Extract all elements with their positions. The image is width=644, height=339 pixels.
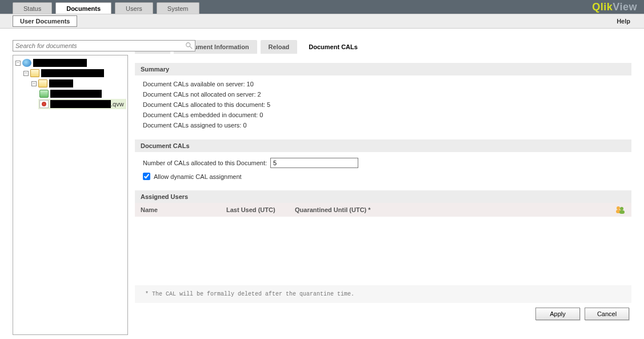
search-wrap <box>13 40 195 51</box>
svg-point-0 <box>186 43 190 47</box>
subtab-user-documents[interactable]: User Documents <box>13 15 77 27</box>
alloc-input[interactable] <box>270 158 358 168</box>
section-doccals-body: Number of CALs allocated to this Documen… <box>135 152 631 185</box>
collapse-icon[interactable]: − <box>31 81 37 86</box>
top-nav: Status Documents Users System QlikView <box>0 0 644 14</box>
left-pane: − − − .qvw <box>13 40 128 339</box>
svg-rect-5 <box>619 210 625 214</box>
cancel-button[interactable]: Cancel <box>585 308 629 320</box>
alloc-label: Number of CALs allocated to this Documen… <box>143 159 267 166</box>
manage-users-icon[interactable] <box>615 206 626 214</box>
itab-reload[interactable]: Reload <box>261 40 298 54</box>
globe-icon <box>22 59 31 67</box>
document-tree[interactable]: − − − .qvw <box>13 55 128 335</box>
button-row: Apply Cancel <box>135 303 631 325</box>
inner-tabs: Server Document Information Reload Docum… <box>135 40 631 54</box>
section-summary-body: Document CALs available on server: 10 Do… <box>135 75 631 134</box>
content-pane: Server Document Information Reload Docum… <box>135 40 631 339</box>
summary-line: Document CALs embedded in document: 0 <box>143 110 623 120</box>
col-quarantined[interactable]: Quarantined Until (UTC) * <box>295 206 626 213</box>
folder-open-icon <box>38 79 47 87</box>
qvw-file-icon <box>39 100 49 108</box>
search-input[interactable] <box>13 40 195 51</box>
summary-line: Document CALs allocated to this document… <box>143 99 623 110</box>
col-last-used[interactable]: Last Used (UTC) <box>226 206 295 213</box>
search-icon <box>185 42 193 50</box>
collapse-icon[interactable]: − <box>15 61 21 66</box>
section-assigned-head: Assigned Users <box>135 190 631 203</box>
col-name[interactable]: Name <box>141 206 226 213</box>
redacted-label <box>41 69 104 77</box>
assigned-grid-header: Name Last Used (UTC) Quarantined Until (… <box>135 203 631 217</box>
summary-line: Document CALs not allocated on server: 2 <box>143 89 623 99</box>
svg-point-2 <box>617 206 620 210</box>
document-icon <box>39 90 49 98</box>
tab-system[interactable]: System <box>157 2 199 14</box>
help-link[interactable]: Help <box>617 18 630 25</box>
redacted-label <box>50 100 111 108</box>
redacted-label <box>49 79 73 87</box>
brand-logo: QlikView <box>592 1 637 13</box>
tree-folder-1[interactable]: − <box>22 68 126 78</box>
tree-doc-selected[interactable]: .qvw <box>38 99 126 109</box>
allow-dynamic-label: Allow dynamic CAL assignment <box>154 173 242 180</box>
svg-point-3 <box>620 207 623 210</box>
redacted-label <box>50 90 102 98</box>
assigned-grid-body <box>135 217 631 285</box>
allow-dynamic-checkbox[interactable] <box>143 173 150 180</box>
tree-doc-1[interactable] <box>38 89 126 99</box>
redacted-label <box>33 59 87 67</box>
folder-open-icon <box>30 69 39 77</box>
sub-header: User Documents Help <box>0 14 644 29</box>
tab-status[interactable]: Status <box>13 2 52 14</box>
itab-doccals[interactable]: Document CALs <box>301 40 366 54</box>
tree-root[interactable]: − <box>14 58 126 68</box>
tree-folder-2[interactable]: − <box>30 78 126 89</box>
tab-users[interactable]: Users <box>115 2 153 14</box>
file-extension: .qvw <box>111 101 124 107</box>
collapse-icon[interactable]: − <box>23 71 29 76</box>
apply-button[interactable]: Apply <box>535 308 580 320</box>
section-summary-head: Summary <box>135 63 631 75</box>
footnote: * The CAL will be formally deleted after… <box>135 285 631 303</box>
tab-documents[interactable]: Documents <box>55 2 111 14</box>
summary-line: Document CALs available on server: 10 <box>143 79 623 89</box>
svg-line-1 <box>190 46 192 49</box>
section-doccals-head: Document CALs <box>135 139 631 152</box>
summary-line: Document CALs assigned to users: 0 <box>143 120 623 130</box>
